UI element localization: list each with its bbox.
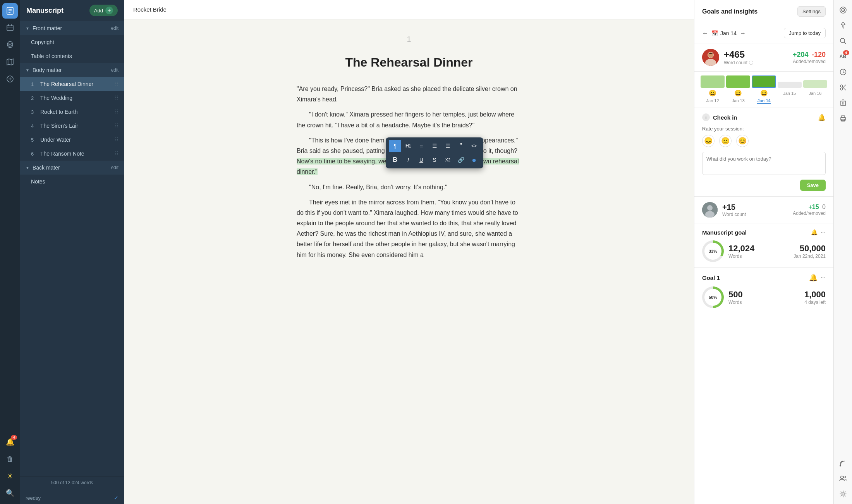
checkin-info-icon: i: [702, 113, 710, 121]
manuscript-goal-bell[interactable]: 🔔: [811, 229, 818, 235]
main-content: Rocket Bride 1 The Rehearsal Dinner "Are…: [124, 0, 694, 504]
body-matter-section[interactable]: ▼ Body matter edit: [20, 63, 124, 77]
plus-icon: +: [105, 7, 113, 14]
sidebar-item-ch2[interactable]: 2 The Wedding ⠿: [20, 91, 124, 105]
right-icon-feed[interactable]: [836, 456, 850, 470]
tb-blockquote[interactable]: ": [455, 140, 467, 152]
tb-superscript[interactable]: X2: [441, 154, 454, 166]
cal-day-jan14[interactable]: 😀 Jan 14: [752, 75, 776, 104]
goal1-bell-green[interactable]: 🔔: [809, 273, 818, 282]
tb-h1[interactable]: H1: [402, 140, 414, 152]
sidebar-item-notes[interactable]: Notes: [20, 175, 124, 189]
cal-day-jan16[interactable]: Jan 16: [803, 75, 827, 104]
back-matter-section[interactable]: ▼ Back mater edit: [20, 161, 124, 175]
emoji-sad[interactable]: 😞: [702, 135, 715, 147]
page-number: 1: [155, 35, 663, 44]
svg-line-33: [842, 85, 846, 88]
nav-add[interactable]: [2, 71, 18, 87]
cal-day-jan13[interactable]: 😀 Jan 13: [726, 75, 750, 104]
right-icon-spellcheck[interactable]: AB 4: [836, 50, 850, 63]
front-matter-edit[interactable]: edit: [111, 26, 119, 31]
tb-link[interactable]: 🔗: [455, 154, 467, 166]
svg-rect-34: [841, 101, 845, 106]
branding-bar: reedsy ✓: [20, 492, 124, 504]
tb-ai[interactable]: ●: [468, 154, 480, 166]
cal-label-jan15: Jan 15: [783, 91, 796, 96]
prev-date-button[interactable]: ←: [702, 30, 708, 37]
sidebar-item-ch6[interactable]: 6 The Ransom Note ⠿: [20, 147, 124, 161]
nav-arrows: ← 📅 Jan 14 →: [702, 30, 746, 37]
cal-label-jan14: Jan 14: [757, 98, 770, 104]
word-count-main: +465: [724, 49, 788, 60]
cal-bar-jan14: [752, 75, 776, 88]
right-icon-trash[interactable]: [836, 96, 850, 110]
manuscript-goal-header: Manuscript goal 🔔 ···: [702, 229, 826, 236]
emoji-happy[interactable]: 😊: [736, 135, 749, 147]
tb-paragraph[interactable]: ¶: [389, 140, 401, 152]
sidebar-item-ch1[interactable]: 1 The Rehearsal Dinner ⠿: [20, 77, 124, 91]
tb-align[interactable]: ≡: [415, 140, 428, 152]
tb-ol[interactable]: ☰: [441, 140, 454, 152]
sidebar-item-ch5[interactable]: 5 Under Water ⠿: [20, 133, 124, 147]
sidebar-item-ch4[interactable]: 4 The Siren's Lair ⠿: [20, 119, 124, 133]
tb-underline[interactable]: U: [415, 154, 428, 166]
front-matter-section[interactable]: ▼ Front matter edit: [20, 21, 124, 35]
date-nav: ← 📅 Jan 14 → Jump to today: [694, 23, 833, 43]
ch3-drag-handle: ⠿: [115, 109, 119, 115]
sidebar-item-ch3[interactable]: 3 Rocket to Earth ⠿: [20, 105, 124, 119]
nav-search[interactable]: 🔍: [2, 485, 18, 501]
back-matter-edit[interactable]: edit: [111, 165, 119, 170]
editor-area[interactable]: 1 The Rehearsal Dinner "Are you ready, P…: [124, 19, 694, 504]
add-button[interactable]: Add +: [89, 5, 118, 16]
settings-button[interactable]: Settings: [797, 6, 826, 17]
emoji-neutral[interactable]: 😐: [719, 135, 732, 147]
nav-trash[interactable]: 🗑: [2, 451, 18, 467]
nav-manuscript[interactable]: [2, 3, 18, 19]
goal1-actions: 🔔 ···: [809, 273, 826, 282]
checkin-bell-icon[interactable]: 🔔: [818, 114, 826, 121]
right-icon-target[interactable]: [836, 3, 850, 17]
front-matter-chevron: ▼: [26, 26, 29, 31]
user-session: +15 Word count +15 0 Added/removed: [694, 197, 833, 223]
tb-bold[interactable]: B: [389, 154, 401, 166]
editor-body[interactable]: "Are you ready, Princess?" Bria asked as…: [297, 84, 521, 260]
right-icon-print[interactable]: [836, 111, 850, 125]
tb-code[interactable]: <>: [468, 140, 480, 152]
right-icon-scissors[interactable]: [836, 81, 850, 94]
cal-day-jan12[interactable]: 😀 Jan 12: [701, 75, 725, 104]
right-icon-history[interactable]: [836, 65, 850, 79]
para-5: Their eyes met in the mirror across from…: [297, 197, 521, 260]
sidebar-content: ▼ Front matter edit Copyright Table of c…: [20, 21, 124, 477]
tb-italic[interactable]: I: [402, 154, 414, 166]
ch5-label: Under Water: [40, 137, 71, 143]
nav-sun[interactable]: ☀: [2, 468, 18, 484]
nav-activity[interactable]: [2, 20, 18, 36]
body-matter-label: Body matter: [33, 67, 62, 73]
body-matter-edit[interactable]: edit: [111, 67, 119, 73]
save-checkin-button[interactable]: Save: [800, 180, 826, 191]
right-icon-users[interactable]: [836, 471, 850, 485]
nav-map[interactable]: [2, 54, 18, 70]
stat-removed: -120: [812, 51, 826, 58]
session-textarea[interactable]: [702, 152, 826, 175]
right-icon-search[interactable]: [836, 34, 850, 48]
nav-alien[interactable]: [2, 37, 18, 53]
manuscript-goal-more[interactable]: ···: [821, 229, 826, 236]
tb-strikethrough[interactable]: S: [428, 154, 441, 166]
cal-bar-jan13: [726, 75, 750, 88]
sidebar-item-toc[interactable]: Table of contents: [20, 49, 124, 63]
stat-added-removed: +204 -120 Added/removed: [793, 51, 826, 64]
jump-today-button[interactable]: Jump to today: [784, 28, 826, 38]
svg-point-44: [843, 476, 845, 478]
sidebar-title: Manuscript: [26, 7, 64, 15]
sidebar-item-copyright[interactable]: Copyright: [20, 35, 124, 49]
right-icon-pin[interactable]: [836, 19, 850, 33]
stats-row: +465 Word count ⓘ +204 -120 Added/remove…: [694, 43, 833, 72]
cal-day-jan15[interactable]: Jan 15: [778, 75, 802, 104]
tb-ul[interactable]: ☰: [428, 140, 441, 152]
right-icon-settings[interactable]: [836, 487, 850, 501]
goal1-more[interactable]: ···: [821, 274, 826, 281]
checkin-title: Check in: [713, 114, 737, 121]
next-date-button[interactable]: →: [740, 30, 746, 37]
nav-notifications[interactable]: 🔔 4: [2, 434, 18, 450]
